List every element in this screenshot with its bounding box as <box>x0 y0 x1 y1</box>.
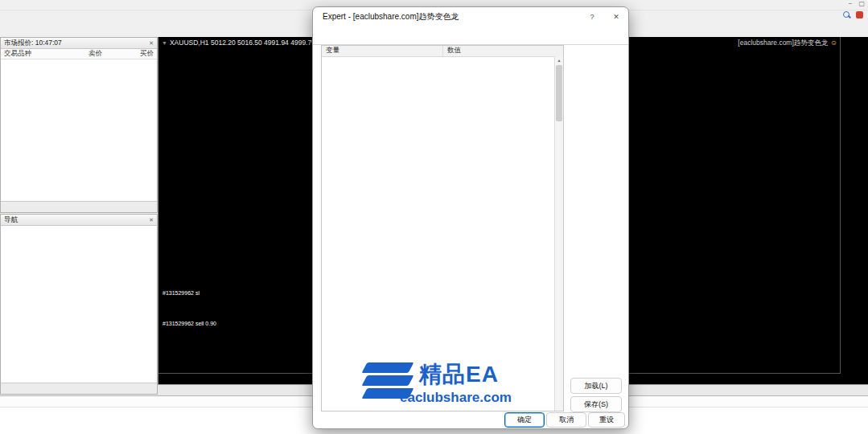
ea-active-smiley-icon[interactable]: ☺ <box>830 39 837 47</box>
column-variable: 变量 <box>322 46 443 56</box>
dialog-help-icon[interactable]: ? <box>580 13 604 21</box>
price-scale <box>840 37 868 374</box>
market-watch-column-headers: 交易品种 卖价 买价 <box>1 49 157 59</box>
minimize-icon[interactable]: − <box>849 0 853 7</box>
column-symbol: 交易品种 <box>1 49 57 59</box>
scroll-thumb[interactable] <box>556 65 562 121</box>
navigator-tree <box>1 226 157 228</box>
ok-button[interactable]: 确定 <box>504 412 545 428</box>
reset-button[interactable]: 重设 <box>588 412 625 428</box>
save-button[interactable]: 保存(S) <box>570 396 622 412</box>
inputs-table-header: 变量 数值 <box>322 46 563 57</box>
ea-name-label: [eaclubshare.com]趋势变色龙☺ <box>738 39 837 48</box>
close-icon[interactable]: ✕ <box>149 217 154 223</box>
load-button[interactable]: 加载(L) <box>570 378 622 394</box>
navigator-title: 导航 <box>4 215 18 225</box>
navigator-header: 导航 ✕ <box>1 215 157 226</box>
navigator-panel: 导航 ✕ <box>0 214 158 395</box>
dialog-tabs <box>313 27 628 45</box>
column-bid: 卖价 <box>57 49 105 59</box>
stoploss-line-label: #131529962 sl <box>162 290 200 296</box>
cancel-button[interactable]: 取消 <box>546 412 586 428</box>
community-alert-icon[interactable] <box>856 11 863 18</box>
one-click-trading-icon[interactable]: ▼ <box>162 40 167 46</box>
market-watch-rows <box>1 59 157 204</box>
toolbar-right-icons <box>843 11 863 18</box>
dialog-title: Expert - [eaclubshare.com]趋势变色龙 <box>323 11 459 23</box>
column-ask: 买价 <box>105 49 157 59</box>
inputs-scrollbar[interactable]: ▲ <box>554 56 563 411</box>
restore-icon[interactable]: ▢ <box>858 0 865 7</box>
dialog-close-icon[interactable]: ✕ <box>604 13 628 21</box>
market-watch-tabs <box>1 201 157 212</box>
chart-title: ▼XAUUSD,H1 5012.20 5016.50 4991.94 4999.… <box>162 39 315 47</box>
window-controls: − ▢ <box>849 0 865 7</box>
dialog-title-bar[interactable]: Expert - [eaclubshare.com]趋势变色龙 ? ✕ <box>313 7 628 27</box>
close-icon[interactable]: ✕ <box>149 40 154 47</box>
expert-settings-dialog: Expert - [eaclubshare.com]趋势变色龙 ? ✕ 变量 数… <box>312 6 629 429</box>
market-watch-title: 市场报价: 10:47:07 <box>4 39 62 48</box>
sell-order-line-label: #131529962 sell 0.90 <box>162 321 216 326</box>
mt4-window: − ▢ 市场报价: 10:47:07 ✕ 交易品种 卖价 买价 导航 ✕ <box>0 0 868 434</box>
market-watch-panel: 市场报价: 10:47:07 ✕ 交易品种 卖价 买价 <box>0 37 158 213</box>
scroll-up-icon[interactable]: ▲ <box>555 56 563 64</box>
search-icon[interactable] <box>843 11 850 18</box>
inputs-table: 变量 数值 ▲ <box>321 45 564 411</box>
column-value: 数值 <box>443 46 563 56</box>
market-watch-header: 市场报价: 10:47:07 ✕ <box>1 38 157 49</box>
navigator-tabs <box>1 383 157 394</box>
